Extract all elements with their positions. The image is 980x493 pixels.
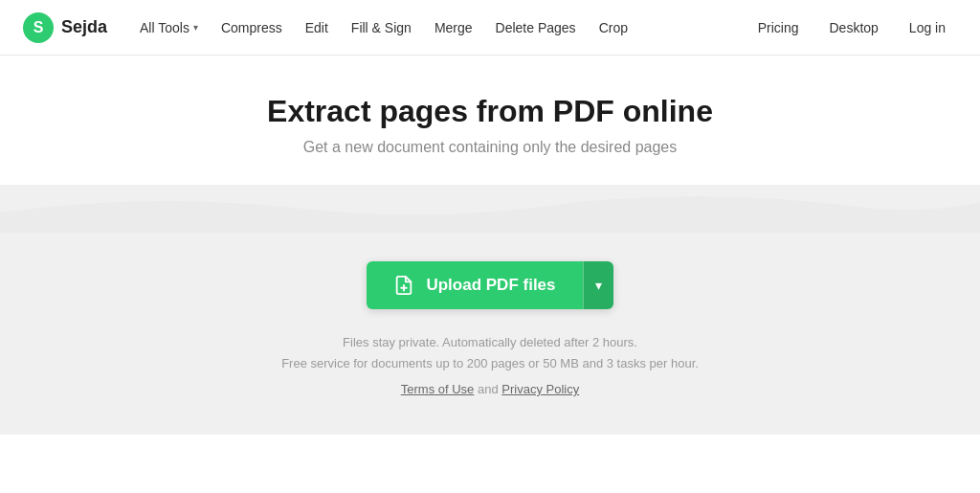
chevron-down-icon: ▾ — [193, 22, 198, 33]
upload-area: Upload PDF files ▾ Files stay private. A… — [0, 233, 980, 435]
nav-item-all-tools[interactable]: All Tools ▾ — [130, 12, 208, 43]
nav-item-compress[interactable]: Compress — [212, 12, 292, 43]
hero-subtitle: Get a new document containing only the d… — [19, 139, 961, 156]
upload-dropdown-button[interactable]: ▾ — [583, 261, 613, 309]
nav-links: All Tools ▾ Compress Edit Fill & Sign Me… — [130, 12, 746, 43]
wave-top-decoration — [0, 185, 980, 233]
nav-item-delete-pages[interactable]: Delete Pages — [486, 12, 586, 43]
upload-button-group: Upload PDF files ▾ — [367, 261, 612, 309]
hero-section: Extract pages from PDF online Get a new … — [0, 56, 980, 185]
terms-and-label: and — [478, 382, 499, 396]
upload-section: Upload PDF files ▾ Files stay private. A… — [0, 185, 980, 435]
terms-of-use-link[interactable]: Terms of Use — [401, 382, 475, 396]
dropdown-arrow-icon: ▾ — [595, 278, 602, 293]
nav-item-edit[interactable]: Edit — [296, 12, 338, 43]
terms-info: Terms of Use and Privacy Policy — [401, 382, 579, 396]
nav-item-desktop[interactable]: Desktop — [817, 12, 889, 43]
upload-pdf-button[interactable]: Upload PDF files — [367, 261, 582, 309]
nav-item-pricing[interactable]: Pricing — [746, 12, 811, 43]
nav-right: Pricing Desktop Log in — [746, 12, 957, 43]
privacy-policy-link[interactable]: Privacy Policy — [501, 382, 579, 396]
brand-name: Sejda — [61, 17, 107, 37]
logo-icon: S — [23, 12, 54, 43]
logo-link[interactable]: S Sejda — [23, 12, 107, 43]
navbar: S Sejda All Tools ▾ Compress Edit Fill &… — [0, 0, 980, 56]
nav-item-crop[interactable]: Crop — [590, 12, 637, 43]
nav-item-fill-sign[interactable]: Fill & Sign — [342, 12, 421, 43]
nav-item-merge[interactable]: Merge — [425, 12, 482, 43]
privacy-info: Files stay private. Automatically delete… — [281, 332, 699, 374]
pdf-upload-icon — [393, 275, 414, 296]
nav-item-login[interactable]: Log in — [898, 12, 957, 43]
page-title: Extract pages from PDF online — [19, 94, 961, 129]
